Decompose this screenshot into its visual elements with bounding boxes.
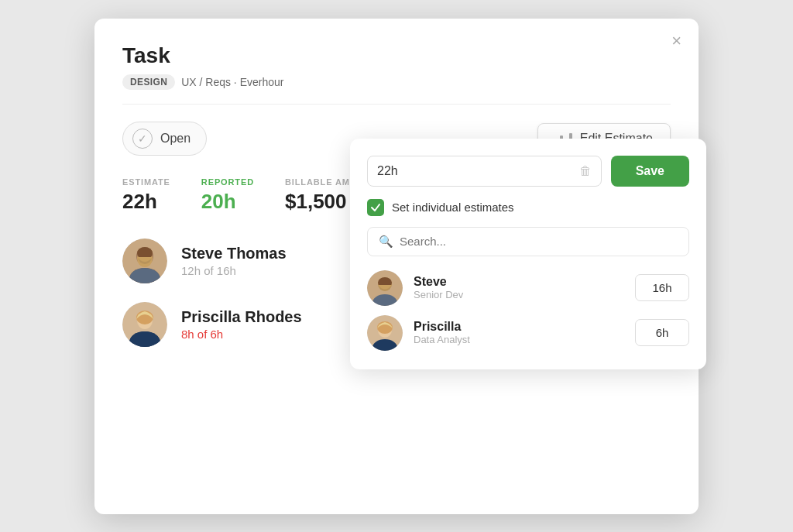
popup-top-row: 🗑 Save [367, 156, 689, 187]
avatar-steve [122, 239, 167, 283]
stat-estimate-label: ESTIMATE [122, 177, 170, 187]
stat-reported: REPORTED 20h [201, 177, 254, 214]
breadcrumb: DESIGN UX / Reqs · Everhour [122, 74, 671, 90]
design-badge: DESIGN [122, 74, 175, 90]
popup-person-name-steve: Steve [414, 275, 624, 289]
close-button[interactable]: × [671, 33, 681, 50]
popup-person-info-steve: Steve Senior Dev [414, 275, 624, 300]
individual-checkbox[interactable] [367, 199, 384, 216]
stat-reported-label: REPORTED [201, 177, 254, 187]
search-input[interactable] [400, 235, 678, 248]
status-button[interactable]: ✓ Open [122, 122, 207, 156]
breadcrumb-text: UX / Reqs · Everhour [181, 76, 283, 88]
popup-person-row-priscilla: Priscilla Data Analyst 6h [367, 315, 689, 351]
person-name-steve: Steve Thomas [181, 245, 287, 263]
status-check-icon: ✓ [132, 129, 153, 149]
trash-icon[interactable]: 🗑 [579, 164, 592, 178]
priscilla-hours-input[interactable]: 6h [635, 319, 689, 346]
individual-estimates-label: Set individual estimates [392, 201, 514, 214]
person-info-priscilla: Priscilla Rhodes 8h of 6h [181, 308, 302, 341]
popup-person-info-priscilla: Priscilla Data Analyst [414, 320, 624, 345]
popup-person-row-steve: Steve Senior Dev 16h [367, 270, 689, 306]
person-hours-priscilla: 8h of 6h [181, 328, 302, 341]
popup-person-role-priscilla: Data Analyst [414, 334, 624, 345]
save-button[interactable]: Save [611, 156, 689, 187]
estimate-popup: 🗑 Save Set individual estimates 🔍 [350, 139, 706, 369]
person-hours-steve: 12h of 16h [181, 264, 287, 277]
person-info-steve: Steve Thomas 12h of 16h [181, 245, 287, 277]
search-icon: 🔍 [379, 235, 393, 249]
search-wrap: 🔍 [367, 227, 689, 256]
individual-row: Set individual estimates [367, 199, 689, 216]
popup-person-name-priscilla: Priscilla [414, 320, 624, 334]
stat-reported-value: 20h [201, 190, 254, 214]
task-modal: × Task DESIGN UX / Reqs · Everhour ✓ Ope… [94, 19, 699, 514]
popup-people-list: Steve Senior Dev 16h [367, 270, 689, 351]
estimate-input-wrap: 🗑 [367, 156, 602, 187]
steve-hours-input[interactable]: 16h [635, 274, 689, 301]
avatar-priscilla [122, 302, 167, 347]
stat-estimate-value: 22h [122, 190, 170, 214]
popup-person-role-steve: Senior Dev [414, 289, 624, 300]
estimate-input[interactable] [377, 164, 579, 178]
person-name-priscilla: Priscilla Rhodes [181, 308, 302, 326]
modal-header: Task DESIGN UX / Reqs · Everhour [122, 43, 671, 90]
page-title: Task [122, 43, 671, 68]
popup-avatar-priscilla [367, 315, 403, 351]
divider [122, 104, 671, 105]
popup-avatar-steve [367, 270, 403, 306]
stat-estimate: ESTIMATE 22h [122, 177, 170, 214]
status-label: Open [160, 132, 191, 146]
